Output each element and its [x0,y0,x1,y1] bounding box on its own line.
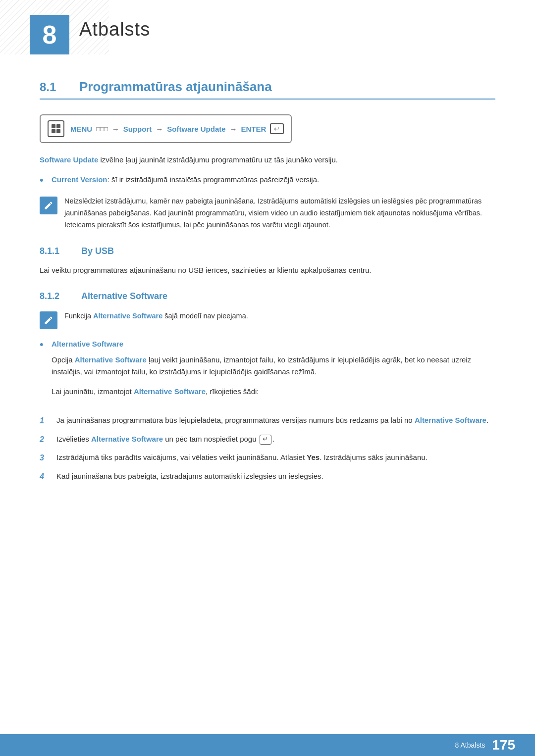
pencil-icon-2 [44,315,54,325]
intro-text-rest: izvēlne ļauj jaunināt izstrādājumu progr… [101,155,338,164]
subsection-8-1-1-number: 8.1.1 [40,246,69,256]
alt-sw-intro-highlight-1: Alternative Software [75,355,147,364]
step-1-text: Ja jaunināšanas programmatūra būs lejupi… [56,414,488,426]
menu-path: MENU □□□ → Support → Software Update → E… [40,114,292,143]
menu-arrow-2: → [156,125,163,133]
step-3: 3 Izstrādājumā tiks parādīts vaicājums, … [40,452,495,464]
menu-enter-label: ENTER [241,125,267,133]
section-8-1-heading: 8.1 Programmatūras atjaunināšana [40,79,495,100]
bullet-dot-icon: • [40,174,47,187]
main-content: 8.1 Programmatūras atjaunināšana MENU □□… [0,69,535,529]
alt-sw-step1-highlight: Alternative Software [415,416,486,424]
subsection-8-1-1-heading: 8.1.1 By USB [40,246,495,256]
section-8-1-number: 8.1 [40,80,64,94]
page: 8 Atbalsts 8.1 Programmatūras atjaunināš… [0,0,535,756]
alt-software-heading-text: Alternative Software [52,338,495,350]
step-4-number: 4 [40,470,48,483]
numbered-steps-list: 1 Ja jaunināšanas programmatūra būs leju… [40,414,495,483]
menu-support: Support [123,125,152,133]
menu-icon-grid [52,124,60,133]
menu-arrow-1: → [112,125,119,133]
page-footer: 8 Atbalsts 175 [0,734,535,756]
chapter-number: 8 [30,15,69,54]
yes-highlight: Yes [307,453,320,461]
menu-icon-cell [52,124,55,128]
step-2-text: Izvēlieties Alternative Software un pēc … [56,433,274,445]
alt-software-intro-text: Opcija Alternative Software ļauj veikt j… [52,354,495,378]
menu-software-update: Software Update [167,125,225,133]
step-2-number: 2 [40,433,48,446]
bullet-dot-icon-2: • [40,338,47,351]
footer-page-number: 175 [492,737,515,753]
bullet-list: • Current Version: šī ir izstrādājumā in… [40,174,495,187]
step-4: 4 Kad jaunināšana būs pabeigta, izstrādā… [40,470,495,483]
note-2-text: Funkcija Alternative Software šajā model… [64,310,248,322]
alt-software-label: Alternative Software [52,340,123,348]
chapter-title: Atbalsts [79,19,150,40]
usb-text: Lai veiktu programmatūras atjaunināšanu … [40,264,495,276]
current-version-item: • Current Version: šī ir izstrādājumā in… [40,174,495,187]
note-icon-1 [40,197,57,214]
current-version-label: Current Version [52,175,107,184]
menu-icon-cell [56,124,60,128]
note-box-1: Neizslēdziet izstrādājumu, kamēr nav pab… [40,196,495,231]
step-1-number: 1 [40,414,48,427]
page-header: 8 Atbalsts [0,0,535,64]
enter-icon-step2: ↵ [260,435,271,445]
current-version-desc: šī ir izstrādājumā instalētās programmat… [111,175,319,184]
alt-software-note-highlight: Alternative Software [93,312,162,320]
footer-label: 8 Atbalsts [455,741,485,749]
step-1: 1 Ja jaunināšanas programmatūra būs leju… [40,414,495,427]
alt-software-bullet-list: • Alternative Software Opcija Alternativ… [40,338,495,405]
note-box-2: Funkcija Alternative Software šajā model… [40,310,495,329]
step-4-text: Kad jaunināšana būs pabeigta, izstrādāju… [56,470,323,482]
alt-software-content: Alternative Software Opcija Alternative … [52,338,495,405]
menu-arrow-3: → [230,125,237,133]
alt-sw-step2-highlight: Alternative Software [91,435,163,443]
note-1-text: Neizslēdziet izstrādājumu, kamēr nav pab… [64,196,495,231]
subsection-8-1-2-number: 8.1.2 [40,291,69,302]
subsection-8-1-2-heading: 8.1.2 Alternative Software [40,291,495,302]
enter-icon: ↵ [270,123,284,134]
step-3-text: Izstrādājumā tiks parādīts vaicājums, va… [56,452,428,463]
step-2: 2 Izvēlieties Alternative Software un pē… [40,433,495,446]
menu-label: MENU [70,125,92,133]
menu-icon [48,120,64,137]
step-3-number: 3 [40,452,48,464]
pencil-icon [44,201,54,210]
software-update-highlight: Software Update [40,155,98,164]
subsection-8-1-2-title: Alternative Software [81,291,167,302]
section-8-1-title: Programmatūras atjaunināšana [79,79,272,95]
menu-icon-cell [56,129,60,133]
note-icon-2 [40,311,57,329]
subsection-8-1-1-title: By USB [81,246,114,256]
current-version-text: Current Version: šī ir izstrādājumā inst… [52,174,319,186]
intro-paragraph: Software Update izvēlne ļauj jaunināt iz… [40,154,495,166]
alt-software-heading-item: • Alternative Software Opcija Alternativ… [40,338,495,405]
alt-sw-how-highlight: Alternative Software [134,387,206,396]
alt-software-how-text: Lai jauninātu, izmantojot Alternative So… [52,386,495,398]
menu-icon-cell [52,129,55,133]
